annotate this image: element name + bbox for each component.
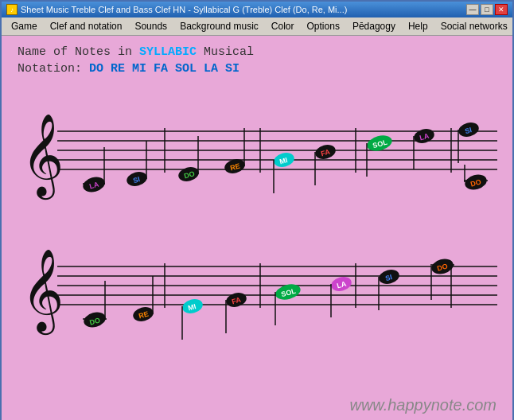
title-suffix: Musical (197, 45, 254, 59)
menu-color[interactable]: Color (265, 19, 301, 33)
menu-help[interactable]: Help (402, 19, 434, 33)
menu-social-networks[interactable]: Social networks (434, 19, 514, 33)
menu-background-music[interactable]: Background music (173, 19, 265, 33)
maximize-button[interactable]: □ (481, 4, 493, 15)
window-controls: — □ ✕ (466, 4, 508, 15)
notation-title: Name of Notes in SYLLABIC Musical Notati… (18, 44, 254, 77)
window-title: Sheet Music Treble Clef and Bass Clef HN… (21, 5, 347, 14)
menu-clef-notation[interactable]: Clef and notation (44, 19, 129, 33)
title-prefix: Name of Notes in (18, 45, 139, 59)
close-button[interactable]: ✕ (495, 4, 508, 15)
watermark: www.happynote.com (349, 396, 496, 414)
menu-sounds[interactable]: Sounds (128, 19, 173, 33)
bottom-staff: 𝄞 DO RE MI FA SOL (14, 235, 503, 358)
app-icon: ♪ (6, 4, 18, 15)
svg-text:𝄞: 𝄞 (21, 250, 64, 336)
menu-bar: Game Clef and notation Sounds Background… (2, 18, 512, 36)
title-bar: ♪ Sheet Music Treble Clef and Bass Clef … (2, 2, 512, 18)
notation-label: Notation: (18, 62, 89, 76)
menu-pedagogy[interactable]: Pēdagogy (346, 19, 402, 33)
minimize-button[interactable]: — (466, 4, 479, 15)
solfege-notes: DO RE MI FA SOL LA SI (89, 62, 239, 76)
syllabic-word: SYLLABIC (139, 45, 197, 59)
menu-game[interactable]: Game (5, 19, 44, 33)
main-content: Name of Notes in SYLLABIC Musical Notati… (2, 36, 512, 420)
top-do-extra: DO (14, 165, 503, 196)
menu-options[interactable]: Options (301, 19, 346, 33)
